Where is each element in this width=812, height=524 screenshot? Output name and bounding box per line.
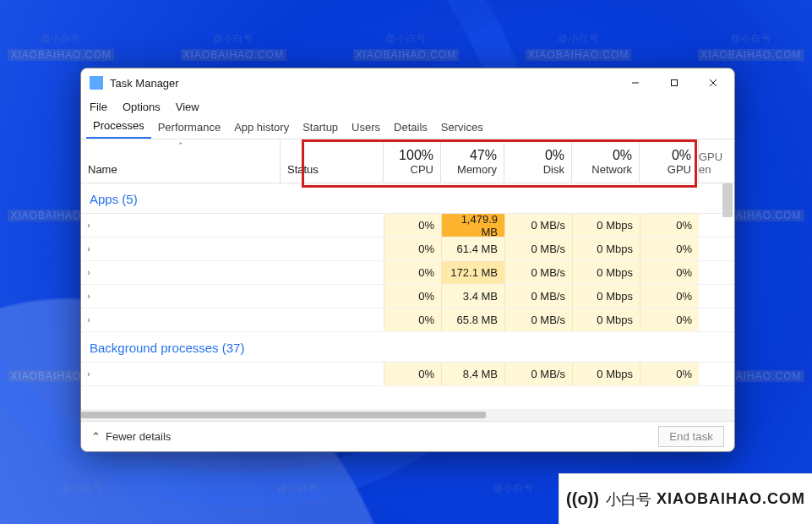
cell-memory: 61.4 MB — [441, 237, 504, 260]
logo-en: XIAOBAIHAO.COM — [657, 490, 805, 508]
cell-network: 0 Mbps — [572, 261, 640, 284]
group-apps[interactable]: Apps (5) — [81, 183, 734, 214]
process-list[interactable]: Apps (5) ›0%1,479.9 MB0 MB/s0 Mbps0%›0%6… — [81, 183, 734, 409]
cell-disk: 0 MB/s — [504, 363, 572, 385]
memory-percent: 47% — [470, 148, 497, 163]
svg-rect-2 — [94, 80, 95, 87]
column-disk-header[interactable]: 0% Disk — [504, 139, 572, 183]
tab-processes[interactable]: Processes — [86, 115, 151, 139]
signal-icon: ((o)) — [566, 489, 599, 509]
menu-file[interactable]: File — [90, 101, 107, 113]
expand-icon[interactable]: › — [81, 244, 96, 254]
cell-network: 0 Mbps — [572, 308, 640, 331]
menu-options[interactable]: Options — [123, 101, 161, 113]
cell-memory: 65.8 MB — [441, 308, 504, 331]
hscroll-thumb[interactable] — [81, 412, 486, 418]
disk-label: Disk — [543, 163, 564, 176]
minimize-button[interactable] — [616, 68, 655, 97]
cell-cpu: 0% — [384, 261, 441, 284]
cell-gpu: 0% — [640, 363, 699, 385]
tab-services[interactable]: Services — [434, 117, 490, 139]
network-label: Network — [591, 163, 632, 176]
gpu-engine-label: GPU en — [699, 150, 734, 176]
fewer-details-button[interactable]: ⌃ Fewer details — [91, 430, 171, 443]
task-manager-window: Task Manager File Options View Processes… — [80, 68, 735, 452]
cell-disk: 0 MB/s — [504, 214, 572, 237]
expand-icon[interactable]: › — [81, 221, 96, 230]
scrollbar-thumb[interactable] — [722, 183, 733, 217]
cell-disk: 0 MB/s — [504, 261, 572, 284]
network-percent: 0% — [613, 148, 632, 163]
cell-network: 0 Mbps — [572, 363, 640, 385]
logo-cn: 小白号 — [606, 489, 651, 510]
cpu-percent: 100% — [399, 148, 433, 163]
svg-rect-1 — [91, 83, 93, 87]
cell-cpu: 0% — [384, 285, 441, 308]
table-row[interactable]: ›0%65.8 MB0 MB/s0 Mbps0% — [81, 308, 734, 332]
cell-cpu: 0% — [384, 214, 441, 237]
table-row[interactable]: ›0%1,479.9 MB0 MB/s0 Mbps0% — [81, 214, 734, 237]
sort-arrow-icon: ⌃ — [177, 141, 184, 150]
cell-memory: 1,479.9 MB — [441, 214, 504, 237]
tab-app-history[interactable]: App history — [227, 117, 296, 139]
column-status-header[interactable]: Status — [281, 139, 384, 183]
expand-icon[interactable]: › — [81, 369, 96, 379]
expand-icon[interactable]: › — [81, 268, 96, 277]
tab-bar: Processes Performance App history Startu… — [81, 116, 734, 139]
maximize-button[interactable] — [655, 68, 694, 97]
column-memory-header[interactable]: 47% Memory — [441, 139, 504, 183]
fewer-details-label: Fewer details — [106, 430, 171, 443]
group-background[interactable]: Background processes (37) — [81, 332, 734, 363]
cell-cpu: 0% — [384, 308, 441, 331]
chevron-up-icon: ⌃ — [91, 430, 101, 443]
column-network-header[interactable]: 0% Network — [572, 139, 640, 183]
svg-rect-4 — [99, 79, 101, 87]
disk-percent: 0% — [545, 148, 564, 163]
expand-icon[interactable]: › — [81, 292, 96, 301]
svg-rect-3 — [96, 84, 98, 87]
cell-disk: 0 MB/s — [504, 308, 572, 331]
end-task-button[interactable]: End task — [658, 426, 724, 447]
cell-cpu: 0% — [384, 237, 441, 260]
app-icon — [90, 76, 103, 90]
table-row[interactable]: ›0%61.4 MB0 MB/s0 Mbps0% — [81, 237, 734, 261]
gpu-percent: 0% — [672, 148, 691, 163]
cell-memory: 8.4 MB — [441, 363, 504, 385]
tab-users[interactable]: Users — [345, 117, 387, 139]
horizontal-scrollbar[interactable] — [81, 409, 734, 421]
table-row[interactable]: ›0%8.4 MB0 MB/s0 Mbps0% — [81, 363, 734, 386]
column-status-label: Status — [287, 163, 319, 176]
cell-cpu: 0% — [384, 363, 441, 385]
window-title: Task Manager — [110, 77, 616, 90]
gpu-label: GPU — [668, 163, 691, 176]
column-cpu-header[interactable]: 100% CPU — [384, 139, 441, 183]
cpu-label: CPU — [411, 163, 433, 176]
cell-gpu: 0% — [640, 261, 699, 284]
cell-memory: 3.4 MB — [441, 285, 504, 308]
cell-network: 0 Mbps — [572, 214, 640, 237]
column-name-header[interactable]: ⌃ Name — [81, 139, 281, 183]
cell-gpu: 0% — [640, 285, 699, 308]
tab-performance[interactable]: Performance — [151, 117, 227, 139]
tab-details[interactable]: Details — [387, 117, 434, 139]
expand-icon[interactable]: › — [81, 315, 96, 325]
vertical-scrollbar[interactable] — [722, 183, 733, 409]
svg-rect-6 — [672, 80, 678, 86]
memory-label: Memory — [457, 163, 497, 176]
cell-disk: 0 MB/s — [504, 285, 572, 308]
table-row[interactable]: ›0%172.1 MB0 MB/s0 Mbps0% — [81, 261, 734, 285]
cell-gpu: 0% — [640, 214, 699, 237]
column-gpu-header[interactable]: 0% GPU — [640, 139, 699, 183]
source-logo: ((o)) 小白号 XIAOBAIHAO.COM — [559, 473, 812, 524]
cell-disk: 0 MB/s — [504, 237, 572, 260]
title-bar[interactable]: Task Manager — [81, 68, 734, 97]
cell-gpu: 0% — [640, 308, 699, 331]
table-row[interactable]: ›0%3.4 MB0 MB/s0 Mbps0% — [81, 285, 734, 308]
column-name-label: Name — [88, 163, 117, 176]
menu-view[interactable]: View — [176, 101, 199, 113]
cell-memory: 172.1 MB — [441, 261, 504, 284]
close-button[interactable] — [694, 68, 733, 97]
column-gpu-engine-header[interactable]: GPU en — [699, 139, 734, 183]
tab-startup[interactable]: Startup — [296, 117, 345, 139]
menu-bar: File Options View — [81, 97, 734, 116]
